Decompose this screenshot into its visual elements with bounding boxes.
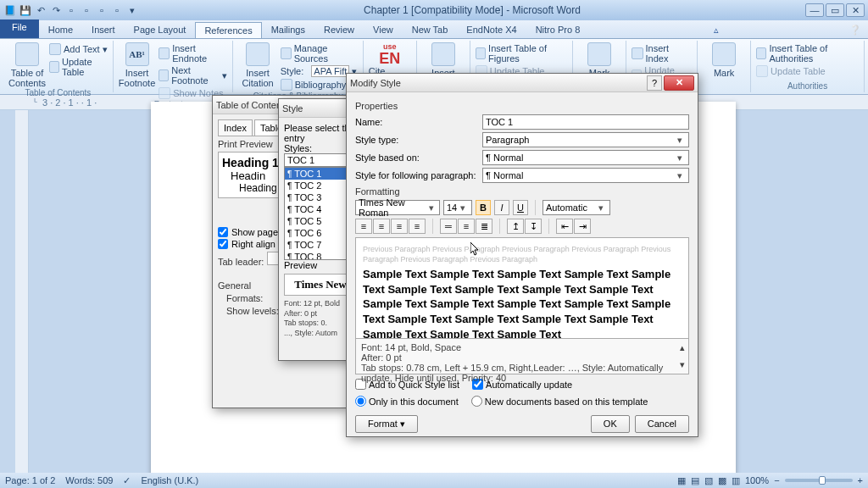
insert-toa-button[interactable]: Insert Table of Authorities	[756, 42, 859, 64]
qat-more[interactable]: ▾	[125, 3, 139, 17]
indent-inc-button[interactable]: ⇥	[574, 219, 591, 234]
status-lang[interactable]: English (U.K.)	[141, 475, 198, 485]
scroll-down-icon[interactable]: ▾	[680, 359, 685, 370]
zoom-out-button[interactable]: −	[774, 475, 779, 485]
close-button[interactable]: ✕	[846, 3, 865, 17]
follow-label: Style for following paragraph:	[355, 170, 482, 180]
based-select[interactable]: ¶ Normal▾	[482, 150, 689, 165]
cancel-button[interactable]: Cancel	[635, 415, 689, 433]
next-footnote-button[interactable]: Next Footnote ▾	[159, 64, 227, 86]
based-label: Style based on:	[355, 152, 482, 163]
space-after-button[interactable]: ↧	[525, 219, 542, 234]
tab-endnote[interactable]: EndNote X4	[457, 21, 526, 38]
tab-nitro[interactable]: Nitro Pro 8	[526, 21, 590, 38]
type-label: Style type:	[355, 135, 482, 145]
font-select[interactable]: Times New Roman▾	[355, 200, 440, 215]
spacing-2-button[interactable]: ≣	[476, 219, 492, 234]
view-read-icon[interactable]: ▤	[691, 475, 699, 486]
name-input[interactable]: TOC 1	[482, 114, 689, 130]
view-outline-icon[interactable]: ▩	[718, 475, 726, 486]
manage-sources-button[interactable]: Manage Sources	[281, 42, 358, 64]
dialog-close-button[interactable]: ✕	[664, 75, 694, 91]
group-toc: Table of Contents	[8, 88, 108, 97]
zoom-in-button[interactable]: +	[858, 475, 863, 485]
insert-index-button[interactable]: Insert Index	[632, 42, 692, 64]
ok-button[interactable]: OK	[591, 415, 630, 433]
view-draft-icon[interactable]: ▥	[732, 475, 740, 486]
view-web-icon[interactable]: ▧	[704, 475, 713, 486]
format-button[interactable]: Format ▾	[355, 415, 418, 433]
tab-insert[interactable]: Insert	[82, 21, 125, 38]
status-page[interactable]: Page: 1 of 2	[5, 475, 55, 485]
window-title: Chapter 1 [Compatibility Mode] - Microso…	[139, 4, 805, 16]
align-center-button[interactable]: ≡	[373, 219, 390, 234]
name-label: Name:	[355, 117, 482, 127]
update-toa-button[interactable]: Update Table	[756, 64, 859, 78]
bold-button[interactable]: B	[476, 200, 491, 215]
help-icon[interactable]: ❔	[843, 22, 868, 38]
redo-icon[interactable]: ↷	[49, 3, 63, 17]
file-tab[interactable]: File	[0, 19, 39, 38]
add-text-button[interactable]: Add Text ▾	[49, 42, 108, 56]
new-docs-radio[interactable]: New documents based on this template	[471, 396, 648, 407]
align-left-button[interactable]: ≡	[355, 219, 372, 234]
group-authorities: Authorities	[756, 81, 859, 91]
qat-icon[interactable]: ▫	[64, 3, 78, 17]
spacing-15-button[interactable]: ≡	[458, 219, 475, 234]
save-icon[interactable]: 💾	[19, 3, 32, 17]
size-select[interactable]: 14▾	[443, 200, 472, 215]
space-before-button[interactable]: ↥	[507, 219, 524, 234]
update-table-button[interactable]: Update Table	[49, 56, 108, 78]
indent-dec-button[interactable]: ⇤	[556, 219, 573, 234]
toc-tab-index[interactable]: Index	[218, 119, 253, 136]
maximize-button[interactable]: ▭	[826, 3, 844, 17]
toc-button[interactable]: Table of Contents	[8, 42, 46, 88]
tab-references[interactable]: References	[195, 22, 261, 38]
tab-new[interactable]: New Tab	[403, 21, 458, 38]
tab-mailings[interactable]: Mailings	[262, 21, 314, 38]
only-this-doc-radio[interactable]: Only in this document	[355, 396, 459, 407]
tab-leader-label: Tab leader:	[218, 257, 264, 267]
show-levels-label: Show levels:	[226, 306, 279, 316]
properties-label: Properties	[355, 101, 689, 111]
minimize-button[interactable]: —	[805, 3, 824, 17]
insert-citation-button[interactable]: Insert Citation	[238, 42, 276, 88]
tab-page-layout[interactable]: Page Layout	[125, 21, 196, 38]
type-select[interactable]: Paragraph▾	[482, 132, 689, 147]
formatting-label: Formatting	[355, 186, 689, 197]
italic-button[interactable]: I	[494, 200, 509, 215]
formats-label: Formats:	[226, 293, 263, 303]
style-summary: Font: 14 pt, Bold, Space After: 0 pt Tab…	[355, 339, 689, 374]
follow-select[interactable]: ¶ Normal▾	[482, 168, 689, 183]
modify-style-title: Modify Style	[350, 78, 647, 88]
underline-button[interactable]: U	[513, 200, 528, 215]
mark-citation-button[interactable]: Mark	[703, 42, 745, 78]
scroll-up-icon[interactable]: ▴	[680, 342, 685, 353]
zoom-slider[interactable]	[785, 479, 853, 482]
tab-home[interactable]: Home	[39, 21, 82, 38]
view-print-icon[interactable]: ▦	[677, 475, 686, 486]
status-words[interactable]: Words: 509	[65, 475, 113, 485]
vertical-ruler[interactable]	[15, 110, 29, 473]
align-justify-button[interactable]: ≡	[409, 219, 426, 234]
proofing-icon[interactable]: ✓	[123, 475, 131, 486]
ribbon-min-icon[interactable]: ▵	[707, 22, 726, 38]
qat-icon[interactable]: ▫	[80, 3, 93, 17]
qat-icon[interactable]: ▫	[95, 3, 108, 17]
zoom-label[interactable]: 100%	[745, 475, 769, 485]
color-select[interactable]: Automatic▾	[542, 200, 610, 215]
qat-icon[interactable]: ▫	[110, 3, 124, 17]
word-icon: 📘	[3, 3, 17, 17]
dialog-help-button[interactable]: ?	[647, 75, 662, 91]
undo-icon[interactable]: ↶	[34, 3, 47, 17]
insert-tof-button[interactable]: Insert Table of Figures	[476, 42, 567, 64]
spacing-1-button[interactable]: ═	[440, 219, 457, 234]
tab-review[interactable]: Review	[314, 21, 364, 38]
align-right-button[interactable]: ≡	[391, 219, 408, 234]
tab-view[interactable]: View	[364, 21, 403, 38]
insert-footnote-button[interactable]: AB¹Insert Footnote	[119, 42, 155, 88]
insert-endnote-button[interactable]: Insert Endnote	[159, 42, 227, 64]
format-preview: Previous Paragraph Previous Paragraph Pr…	[355, 237, 689, 339]
